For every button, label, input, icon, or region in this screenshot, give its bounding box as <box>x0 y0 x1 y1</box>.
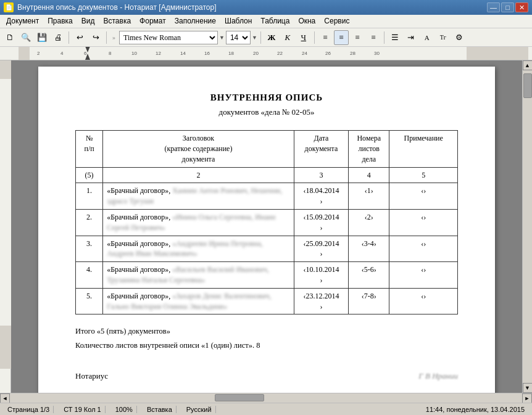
hscroll-thumb[interactable] <box>215 394 264 401</box>
hscroll-track[interactable] <box>10 393 522 403</box>
menu-edit[interactable]: Правка <box>44 16 77 27</box>
table-cell-num-1: 1. <box>76 183 103 210</box>
ruler-marks: 2 4 6 8 10 12 14 16 18 20 22 24 26 28 30 <box>19 47 532 60</box>
italic-button[interactable]: К <box>280 30 295 45</box>
table-cell-date-3: ‹25.09.2014› <box>294 236 348 262</box>
align-center-button[interactable]: ≡ <box>334 30 349 45</box>
scroll-track[interactable] <box>523 70 532 383</box>
minimize-button[interactable]: — <box>487 2 500 12</box>
table-subheader-pages: 4 <box>349 167 389 183</box>
menu-fill[interactable]: Заполнение <box>171 16 220 27</box>
table-subheader-row: (5) 2 3 4 5 <box>76 167 458 183</box>
table-cell-pages-1: ‹1› <box>349 183 389 210</box>
hscroll-left-button[interactable]: ◄ <box>0 393 10 403</box>
window-title: Внутрення опись документов - Нотариат [А… <box>17 3 217 12</box>
table-cell-date-5: ‹23.12.2014› <box>294 288 348 314</box>
font-arrow-icon: ▼ <box>219 35 225 41</box>
toolbar: 🗋 🔍 💾 🖨 ↩ ↪ » Times New Roman Arial Cali… <box>0 28 532 47</box>
underline-button[interactable]: Ч <box>296 30 311 45</box>
table-header-num: №п/п <box>76 131 103 167</box>
svg-text:22: 22 <box>277 51 283 56</box>
table-row: 1. «Брачный договор», Ханнин Антон Ронов… <box>76 183 458 210</box>
table-cell-num-2: 2. <box>76 209 103 236</box>
menu-template[interactable]: Шаблон <box>221 16 256 27</box>
save-button[interactable]: 💾 <box>35 30 49 45</box>
bold-button[interactable]: Ж <box>264 30 279 45</box>
scroll-up-button[interactable]: ▲ <box>523 60 533 70</box>
table-cell-title-3: «Брачный договор», «Андреевн Ирина Петро… <box>103 236 294 262</box>
svg-text:10: 10 <box>131 51 137 56</box>
document-subtitle: документов «дела № 02-05» <box>75 107 458 118</box>
notarius-label: Нотариус <box>75 371 108 382</box>
menu-document[interactable]: Документ <box>2 16 43 27</box>
svg-rect-21 <box>0 60 11 79</box>
app-icon: 📄 <box>4 2 14 12</box>
align-left-button[interactable]: ≡ <box>318 30 333 45</box>
table-cell-notes-1: ‹› <box>389 183 458 210</box>
svg-text:12: 12 <box>156 51 161 56</box>
table-row: 3. «Брачный договор», «Андреевн Ирина Пе… <box>76 236 458 262</box>
table-subheader-date: 3 <box>294 167 348 183</box>
table-subheader-title: 2 <box>103 167 294 183</box>
open-button[interactable]: 🔍 <box>19 30 33 45</box>
horizontal-scrollbar[interactable]: ◄ ► <box>0 393 532 403</box>
hscroll-right-button[interactable]: ► <box>522 393 532 403</box>
vertical-scrollbar[interactable]: ▲ ▼ <box>522 60 532 393</box>
svg-rect-18 <box>19 47 30 60</box>
scroll-down-button[interactable]: ▼ <box>523 383 533 393</box>
table-cell-num-5: 5. <box>76 288 103 314</box>
extra-button[interactable]: Тг <box>436 30 451 45</box>
print-button[interactable]: 🖨 <box>51 30 65 45</box>
table-header-row: №п/п Заголовок(краткое содержание)докуме… <box>76 131 458 167</box>
svg-text:18: 18 <box>228 51 234 56</box>
svg-text:24: 24 <box>302 51 307 56</box>
scroll-thumb[interactable] <box>523 73 532 98</box>
font-color-button[interactable]: A <box>420 30 434 45</box>
table-cell-num-4: 4. <box>76 262 103 289</box>
menu-insert[interactable]: Вставка <box>100 16 135 27</box>
menu-table[interactable]: Таблица <box>257 16 293 27</box>
table-subheader-num: (5) <box>76 167 103 183</box>
svg-text:16: 16 <box>204 51 210 56</box>
svg-text:28: 28 <box>350 51 355 56</box>
font-size-arrow-icon: ▼ <box>252 35 257 41</box>
font-size-selector[interactable]: 14 10 12 16 18 <box>226 31 251 44</box>
svg-rect-0 <box>19 47 532 60</box>
document-page: ВНУТРЕННЯЯ ОПИСЬ документов «дела № 02-0… <box>38 67 495 393</box>
menu-windows[interactable]: Окна <box>294 16 319 27</box>
svg-text:14: 14 <box>180 51 186 56</box>
indent-button[interactable]: ⇥ <box>404 30 418 45</box>
align-justify-button[interactable]: ≡ <box>366 30 381 45</box>
document-area[interactable]: ВНУТРЕННЯЯ ОПИСЬ документов «дела № 02-0… <box>11 60 522 393</box>
redo-button[interactable]: ↪ <box>88 30 103 45</box>
table-cell-title-2: «Брачный договор», «Инина Ольга Сергеевн… <box>103 209 294 236</box>
maximize-button[interactable]: □ <box>501 2 514 12</box>
svg-text:2: 2 <box>37 51 40 56</box>
list-button[interactable]: ☰ <box>388 30 402 45</box>
toolbar-expand[interactable]: » <box>112 34 115 41</box>
settings-button[interactable]: ⚙ <box>452 30 467 45</box>
notarius-section: Нотариус Г В Нрании <box>75 371 458 382</box>
separator-3 <box>260 31 261 44</box>
table-cell-num-3: 3. <box>76 236 103 262</box>
table-row: 4. «Брачный договор», «Васильев Василий … <box>76 262 458 289</box>
table-row: 5. «Брачный договор», «Захаров Денис Вал… <box>76 288 458 314</box>
svg-text:30: 30 <box>374 51 380 56</box>
table-header-pages: Номералистовдела <box>349 131 389 167</box>
menu-bar: Документ Правка Вид Вставка Формат Запол… <box>0 15 532 28</box>
status-bar: Страница 1/3 СТ 19 Кол 1 100% Вставка Ру… <box>0 403 532 415</box>
close-button[interactable]: ✕ <box>515 2 528 12</box>
align-right-button[interactable]: ≡ <box>350 30 365 45</box>
table-cell-title-4: «Брачный договор», «Васильев Василий Ива… <box>103 262 294 289</box>
undo-button[interactable]: ↩ <box>72 30 87 45</box>
title-bar: 📄 Внутрення опись документов - Нотариат … <box>0 0 532 15</box>
menu-view[interactable]: Вид <box>78 16 99 27</box>
new-button[interactable]: 🗋 <box>2 30 17 45</box>
menu-service[interactable]: Сервис <box>320 16 353 27</box>
menu-format[interactable]: Формат <box>136 16 170 27</box>
table-cell-notes-2: ‹› <box>389 209 458 236</box>
table-cell-pages-3: ‹3-4› <box>349 236 389 262</box>
svg-rect-19 <box>467 47 528 60</box>
font-selector[interactable]: Times New Roman Arial Calibri <box>119 31 218 44</box>
document-table: №п/п Заголовок(краткое содержание)докуме… <box>75 130 458 314</box>
